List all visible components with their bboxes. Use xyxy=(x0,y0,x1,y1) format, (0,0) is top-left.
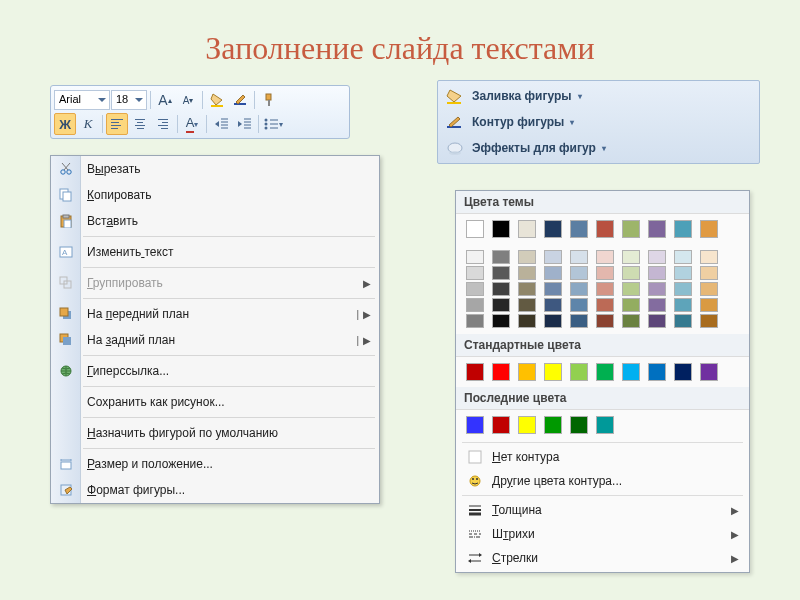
color-swatch[interactable] xyxy=(596,250,614,264)
color-swatch[interactable] xyxy=(674,314,692,328)
color-swatch[interactable] xyxy=(674,298,692,312)
color-swatch[interactable] xyxy=(492,416,510,434)
color-swatch[interactable] xyxy=(596,220,614,238)
color-swatch[interactable] xyxy=(700,314,718,328)
color-swatch[interactable] xyxy=(544,363,562,381)
color-swatch[interactable] xyxy=(700,298,718,312)
color-swatch[interactable] xyxy=(570,282,588,296)
color-swatch[interactable] xyxy=(596,416,614,434)
menu-size-position[interactable]: Размер и положение... xyxy=(51,451,379,477)
color-swatch[interactable] xyxy=(466,250,484,264)
fill-color-button[interactable] xyxy=(206,89,228,111)
color-swatch[interactable] xyxy=(622,314,640,328)
color-swatch[interactable] xyxy=(518,282,536,296)
color-swatch[interactable] xyxy=(492,266,510,280)
more-outline-colors-button[interactable]: Другие цвета контура... xyxy=(456,469,749,493)
color-swatch[interactable] xyxy=(622,250,640,264)
format-painter-button[interactable] xyxy=(258,89,280,111)
shrink-font-button[interactable]: A▾ xyxy=(177,89,199,111)
color-swatch[interactable] xyxy=(596,298,614,312)
color-swatch[interactable] xyxy=(492,250,510,264)
align-right-button[interactable] xyxy=(152,113,174,135)
color-swatch[interactable] xyxy=(596,282,614,296)
color-swatch[interactable] xyxy=(492,282,510,296)
shape-outline-button[interactable]: Контур фигуры ▾ xyxy=(440,109,757,135)
bold-button[interactable]: Ж xyxy=(54,113,76,135)
shape-fill-button[interactable]: Заливка фигуры ▾ xyxy=(440,83,757,109)
color-swatch[interactable] xyxy=(700,266,718,280)
arrows-submenu[interactable]: Стрелки ▶ xyxy=(456,546,749,570)
color-swatch[interactable] xyxy=(622,220,640,238)
color-swatch[interactable] xyxy=(648,298,666,312)
menu-edit-text[interactable]: A Изменить текст xyxy=(51,239,379,265)
color-swatch[interactable] xyxy=(518,250,536,264)
color-swatch[interactable] xyxy=(544,266,562,280)
menu-copy[interactable]: Копировать xyxy=(51,182,379,208)
menu-format-shape[interactable]: Формат фигуры... xyxy=(51,477,379,503)
color-swatch[interactable] xyxy=(674,250,692,264)
color-swatch[interactable] xyxy=(544,314,562,328)
color-swatch[interactable] xyxy=(518,298,536,312)
color-swatch[interactable] xyxy=(622,363,640,381)
color-swatch[interactable] xyxy=(466,416,484,434)
color-swatch[interactable] xyxy=(518,416,536,434)
weight-submenu[interactable]: Толщина ▶ xyxy=(456,498,749,522)
menu-hyperlink[interactable]: Гиперссылка... xyxy=(51,358,379,384)
color-swatch[interactable] xyxy=(492,363,510,381)
color-swatch[interactable] xyxy=(492,314,510,328)
outline-color-button[interactable] xyxy=(229,89,251,111)
color-swatch[interactable] xyxy=(622,266,640,280)
color-swatch[interactable] xyxy=(466,363,484,381)
color-swatch[interactable] xyxy=(518,266,536,280)
menu-bring-front[interactable]: На передний план |▶ xyxy=(51,301,379,327)
color-swatch[interactable] xyxy=(466,220,484,238)
decrease-indent-button[interactable] xyxy=(210,113,232,135)
align-center-button[interactable] xyxy=(129,113,151,135)
color-swatch[interactable] xyxy=(622,282,640,296)
color-swatch[interactable] xyxy=(674,220,692,238)
color-swatch[interactable] xyxy=(518,220,536,238)
color-swatch[interactable] xyxy=(492,298,510,312)
color-swatch[interactable] xyxy=(674,282,692,296)
color-swatch[interactable] xyxy=(596,363,614,381)
color-swatch[interactable] xyxy=(622,298,640,312)
color-swatch[interactable] xyxy=(700,220,718,238)
color-swatch[interactable] xyxy=(570,250,588,264)
color-swatch[interactable] xyxy=(700,282,718,296)
color-swatch[interactable] xyxy=(674,363,692,381)
dashes-submenu[interactable]: Штрихи ▶ xyxy=(456,522,749,546)
color-swatch[interactable] xyxy=(518,363,536,381)
color-swatch[interactable] xyxy=(544,298,562,312)
color-swatch[interactable] xyxy=(648,250,666,264)
color-swatch[interactable] xyxy=(570,266,588,280)
color-swatch[interactable] xyxy=(544,416,562,434)
color-swatch[interactable] xyxy=(544,220,562,238)
font-size-select[interactable]: 18 xyxy=(111,90,147,110)
color-swatch[interactable] xyxy=(648,266,666,280)
color-swatch[interactable] xyxy=(544,250,562,264)
color-swatch[interactable] xyxy=(700,250,718,264)
color-swatch[interactable] xyxy=(648,314,666,328)
color-swatch[interactable] xyxy=(700,363,718,381)
no-outline-button[interactable]: Нет контура xyxy=(456,445,749,469)
color-swatch[interactable] xyxy=(648,363,666,381)
font-color-button[interactable]: A▾ xyxy=(181,113,203,135)
grow-font-button[interactable]: A▴ xyxy=(154,89,176,111)
color-swatch[interactable] xyxy=(466,266,484,280)
color-swatch[interactable] xyxy=(596,314,614,328)
color-swatch[interactable] xyxy=(492,220,510,238)
color-swatch[interactable] xyxy=(596,266,614,280)
italic-button[interactable]: К xyxy=(77,113,99,135)
color-swatch[interactable] xyxy=(518,314,536,328)
increase-indent-button[interactable] xyxy=(233,113,255,135)
color-swatch[interactable] xyxy=(570,363,588,381)
color-swatch[interactable] xyxy=(544,282,562,296)
color-swatch[interactable] xyxy=(570,298,588,312)
color-swatch[interactable] xyxy=(674,266,692,280)
color-swatch[interactable] xyxy=(570,416,588,434)
align-left-button[interactable] xyxy=(106,113,128,135)
menu-paste[interactable]: Вставить xyxy=(51,208,379,234)
color-swatch[interactable] xyxy=(466,298,484,312)
color-swatch[interactable] xyxy=(648,220,666,238)
menu-set-default-shape[interactable]: Назначить фигурой по умолчанию xyxy=(51,420,379,446)
